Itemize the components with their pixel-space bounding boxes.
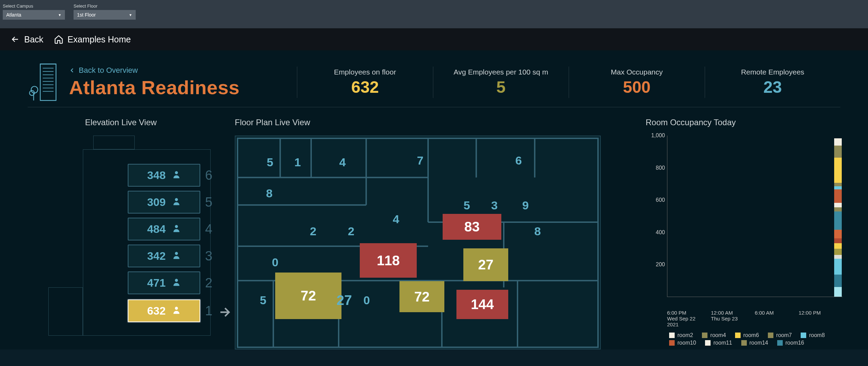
back-to-overview-label: Back to Overview [79,66,138,75]
legend-label: room16 [785,340,804,346]
person-icon [172,224,181,234]
svg-point-14 [175,198,178,201]
elevation-panel: Elevation Live View 348 6 309 5 484 4 34… [28,118,214,349]
legend-label: room7 [776,332,792,338]
back-to-overview-link[interactable]: Back to Overview [69,66,240,75]
legend-swatch [801,333,806,338]
floor-box[interactable]: 309 [128,191,200,214]
campus-value: Atlanta [6,12,21,18]
chart-legend: room2room4room6room7room8room10room11roo… [669,332,835,346]
elevation-floor-5[interactable]: 309 5 [128,191,212,214]
room-cell[interactable]: 2 [298,219,329,243]
room-cell[interactable]: 4 [325,150,360,174]
room-cell[interactable]: 2 [336,219,367,243]
room-cell[interactable]: 144 [456,290,508,319]
y-tick: 200 [656,261,665,268]
legend-label: room11 [713,340,732,346]
metric-value: 500 [623,78,650,97]
chart-plot [667,136,842,297]
svg-point-13 [175,171,178,174]
legend-label: room10 [677,340,696,346]
room-cell[interactable]: 27 [463,248,508,281]
room-cell[interactable]: 0 [261,250,289,274]
floor-number: 6 [205,168,212,183]
floor-number: 3 [205,249,212,264]
floor-count: 484 [147,223,165,236]
floor-box[interactable]: 471 [128,271,200,294]
legend-label: room8 [809,332,824,338]
y-tick: 400 [656,229,665,236]
bar-segment [834,186,842,189]
floor-count: 471 [147,277,165,289]
bar-segment [834,211,842,230]
floor-box[interactable]: 484 [128,218,200,240]
room-cell[interactable]: 1 [287,150,308,174]
legend-swatch [702,333,707,338]
room-cell[interactable]: 5 [256,150,284,174]
page-body: Back to Overview Atlanta Readiness Emplo… [0,50,868,349]
x-tick: 6:00 PMWed Sep 222021 [667,310,711,327]
bar-segment [834,255,842,258]
legend-item[interactable]: room6 [735,332,759,338]
room-cell[interactable]: 0 [339,288,394,312]
room-cell[interactable]: 83 [443,214,501,240]
back-button[interactable]: Back [10,34,44,44]
elevation-floor-4[interactable]: 484 4 [128,218,212,240]
room-cell[interactable]: 8 [522,219,553,243]
room-cell[interactable]: 3 [482,195,507,216]
legend-swatch [669,333,675,338]
floor-select[interactable]: 1st Floor ▼ [74,10,136,20]
y-tick: 800 [656,165,665,171]
panels-row: Elevation Live View 348 6 309 5 484 4 34… [28,118,840,349]
legend-item[interactable]: room10 [669,340,696,346]
floor-count: 632 [147,305,165,317]
legend-item[interactable]: room2 [669,332,693,338]
metric-label: Avg Employees per 100 sq m [454,68,548,76]
legend-item[interactable]: room16 [777,340,804,346]
bar-segment [834,183,842,186]
room-cell[interactable]: 5 [455,195,479,216]
room-cell[interactable]: 8 [255,181,283,205]
elevation-floor-3[interactable]: 342 3 [128,245,212,267]
legend-item[interactable]: room8 [801,332,824,338]
examples-home-button[interactable]: Examples Home [54,34,131,44]
bar-segment [834,138,842,146]
elevation-floor-2[interactable]: 471 2 [128,271,212,294]
svg-point-18 [175,307,178,310]
floorplan-view[interactable]: 51476853922483801182757227072144 [235,136,601,349]
floor-box[interactable]: 342 [128,245,200,267]
floor-number: 4 [205,222,212,237]
floor-value: 1st Floor [77,12,96,18]
metric-max-occupancy: Max Occupancy 500 [569,67,705,98]
bar-segment [834,243,842,249]
room-cell[interactable]: 5 [249,288,277,312]
elevation-floor-6[interactable]: 348 6 [128,164,212,187]
breadcrumb-bar: Back Examples Home [0,28,868,50]
floor-box[interactable]: 632 [128,299,200,322]
floor-number: 5 [205,195,212,210]
x-tick: 12:00 AMThu Sep 23 [711,310,755,327]
legend-swatch [768,333,773,338]
campus-select[interactable]: Atlanta ▼ [3,10,65,20]
legend-item[interactable]: room14 [741,340,768,346]
floor-box[interactable]: 348 [128,164,200,187]
elevation-floor-1[interactable]: 632 1 [128,299,212,322]
room-occupancy-chart: 1,000800600400200 6:00 PMWed Sep 2220211… [649,136,842,308]
room-cell[interactable]: 9 [512,195,539,216]
room-cell[interactable]: 6 [498,147,539,174]
room-cell[interactable]: 7 [398,147,443,174]
room-cell[interactable]: 72 [399,281,444,312]
legend-label: room14 [750,340,768,346]
legend-item[interactable]: room4 [702,332,726,338]
stacked-bar [834,138,842,297]
room-cell[interactable]: 118 [360,243,417,278]
back-label: Back [24,34,44,44]
floor-number: 2 [205,276,212,290]
x-tick: 12:00 PM [799,310,842,327]
legend-item[interactable]: room7 [768,332,792,338]
metric-avg-employees-per-100-sq-m: Avg Employees per 100 sq m 5 [433,67,569,98]
header-row: Back to Overview Atlanta Readiness Emplo… [28,61,840,107]
metric-value: 23 [763,78,782,97]
legend-item[interactable]: room11 [705,340,732,346]
room-cell[interactable]: 4 [380,207,412,231]
